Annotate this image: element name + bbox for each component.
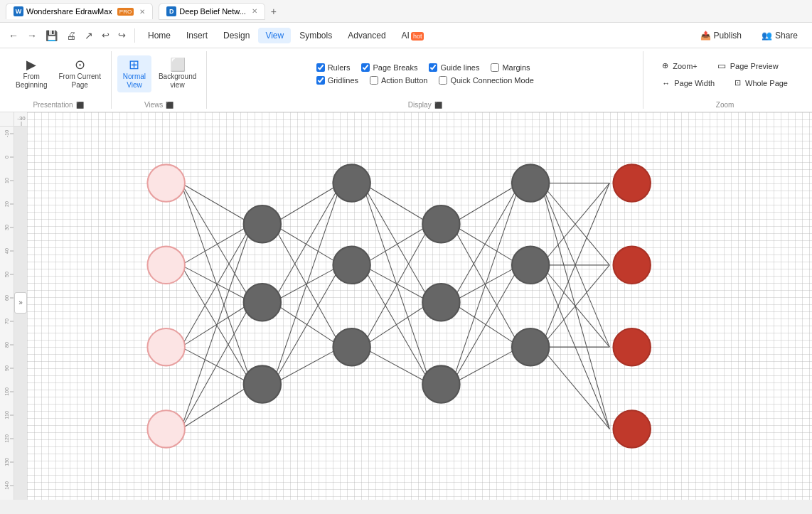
collapse-icon: » — [18, 299, 23, 306]
svg-line-121 — [362, 183, 430, 225]
page-preview-button[interactable]: ▭ Page Preview — [710, 58, 786, 73]
svg-point-158 — [333, 164, 370, 201]
pro-badge: PRO — [117, 8, 134, 16]
menu-design[interactable]: Design — [216, 28, 257, 43]
views-label: Views ⬛ — [144, 98, 174, 109]
zoom-buttons: ⊕ Zoom+ ▭ Page Preview ↔ Page Width ⊡ Wh… — [649, 51, 801, 97]
forward-button[interactable]: → — [24, 27, 40, 44]
undo-button[interactable]: ↩ — [99, 27, 112, 43]
svg-line-104 — [181, 265, 252, 302]
svg-line-103 — [181, 224, 252, 265]
svg-text:130: 130 — [4, 458, 9, 466]
menu-advanced[interactable]: Advanced — [341, 28, 392, 43]
canvas-area: // Will be populated by JS -30-20-100102… — [0, 112, 812, 500]
quick-connection-checkbox-label[interactable]: Quick Connection Mode — [439, 76, 533, 85]
display-row-1: Rulers Page Breaks Guide lines Margins — [316, 63, 534, 72]
svg-line-109 — [181, 224, 252, 429]
zoom-plus-icon: ⊕ — [662, 61, 668, 70]
background-view-label: Backgroundview — [159, 73, 196, 90]
background-view-button[interactable]: ⬜ Backgroundview — [154, 55, 201, 92]
back-button[interactable]: ← — [6, 27, 21, 44]
svg-point-161 — [422, 205, 459, 242]
svg-point-168 — [614, 247, 651, 284]
publish-button[interactable]: 📤 Publish — [692, 28, 750, 43]
new-tab-button[interactable]: + — [271, 6, 277, 17]
svg-point-155 — [244, 205, 281, 242]
action-button-checkbox[interactable] — [370, 76, 378, 85]
page-width-button[interactable]: ↔ Page Width — [655, 76, 722, 90]
zoom-plus-button[interactable]: ⊕ Zoom+ — [655, 58, 705, 73]
svg-line-130 — [452, 183, 520, 225]
tab-edrawmax[interactable]: W Wondershare EdrawMax PRO ✕ — [6, 3, 153, 19]
svg-text:30: 30 — [4, 225, 9, 230]
gridlines-checkbox[interactable] — [316, 76, 325, 85]
svg-point-167 — [614, 164, 651, 201]
neural-network-svg — [27, 112, 812, 500]
guide-lines-checkbox-label[interactable]: Guide lines — [429, 63, 479, 72]
drawing-canvas[interactable] — [27, 112, 812, 500]
tab-deep-belief[interactable]: D Deep Belief Netw... ✕ — [159, 3, 265, 20]
views-buttons: ⊞ NormalView ⬜ Backgroundview — [117, 51, 201, 97]
menu-symbols[interactable]: Symbols — [292, 28, 339, 43]
rulers-checkbox-label[interactable]: Rulers — [316, 63, 351, 72]
publish-label: Publish — [714, 31, 742, 41]
svg-text:40: 40 — [4, 248, 9, 254]
svg-text:-10: -10 — [4, 130, 9, 137]
tab-edrawmax-close[interactable]: ✕ — [139, 8, 145, 16]
svg-text:50: 50 — [4, 272, 9, 277]
svg-text:10: 10 — [4, 178, 9, 183]
toolbar: ▶ FromBeginning ⊙ From CurrentPage Prese… — [0, 48, 812, 112]
redo-button[interactable]: ↪ — [115, 27, 129, 43]
collapse-panel-button[interactable]: » — [14, 292, 27, 314]
svg-text:80: 80 — [4, 342, 9, 348]
guide-lines-checkbox[interactable] — [429, 63, 437, 72]
whole-page-button[interactable]: ⊡ Whole Page — [727, 76, 795, 90]
from-beginning-icon: ▶ — [26, 58, 36, 71]
action-button-checkbox-label[interactable]: Action Button — [370, 76, 427, 85]
menu-insert[interactable]: Insert — [179, 28, 215, 43]
page-width-label: Page Width — [674, 79, 715, 87]
from-current-icon: ⊙ — [75, 58, 85, 71]
edrawmax-icon: W — [14, 6, 23, 16]
menu-home[interactable]: Home — [141, 28, 178, 43]
svg-line-112 — [273, 183, 341, 225]
zoom-group: ⊕ Zoom+ ▭ Page Preview ↔ Page Width ⊡ Wh… — [643, 51, 806, 109]
margins-checkbox-label[interactable]: Margins — [491, 63, 530, 72]
tab-deep-belief-close[interactable]: ✕ — [252, 7, 257, 15]
page-preview-label: Page Preview — [730, 62, 779, 70]
rulers-checkbox[interactable] — [316, 63, 325, 72]
menu-view[interactable]: View — [258, 28, 291, 43]
svg-text:100: 100 — [4, 387, 9, 396]
margins-checkbox[interactable] — [491, 63, 499, 72]
save-button[interactable]: 💾 — [43, 27, 60, 44]
menu-ai[interactable]: AIhot — [395, 28, 432, 43]
export-button[interactable]: ↗ — [82, 27, 96, 44]
svg-text:110: 110 — [4, 411, 9, 419]
svg-point-156 — [244, 284, 281, 321]
page-breaks-checkbox-label[interactable]: Page Breaks — [361, 63, 417, 72]
quick-connection-checkbox[interactable] — [439, 76, 447, 85]
normal-view-icon: ⊞ — [129, 58, 139, 71]
share-label: Share — [775, 31, 798, 41]
normal-view-button[interactable]: ⊞ NormalView — [117, 55, 151, 92]
publish-icon: 📤 — [700, 31, 711, 41]
display-label: Display ⬛ — [408, 98, 442, 109]
ruler-corner — [0, 112, 14, 127]
share-button[interactable]: 👥 Share — [753, 28, 806, 43]
print-button[interactable]: 🖨 — [63, 27, 79, 44]
menu-items: Home Insert Design View Symbols Advanced… — [141, 28, 431, 43]
gridlines-checkbox-label[interactable]: Gridlines — [316, 76, 358, 85]
page-breaks-checkbox[interactable] — [361, 63, 370, 72]
svg-line-107 — [181, 302, 252, 347]
ai-hot-badge: hot — [411, 32, 424, 41]
from-beginning-button[interactable]: ▶ FromBeginning — [11, 55, 51, 92]
svg-text:120: 120 — [4, 434, 9, 443]
svg-text:70: 70 — [4, 318, 9, 324]
presentation-label: Presentation ⬛ — [33, 98, 83, 109]
svg-line-124 — [362, 224, 430, 265]
svg-point-153 — [147, 328, 184, 365]
svg-line-150 — [541, 347, 609, 429]
svg-text:0: 0 — [4, 156, 9, 159]
svg-point-165 — [512, 247, 549, 284]
from-current-page-button[interactable]: ⊙ From CurrentPage — [54, 55, 105, 92]
